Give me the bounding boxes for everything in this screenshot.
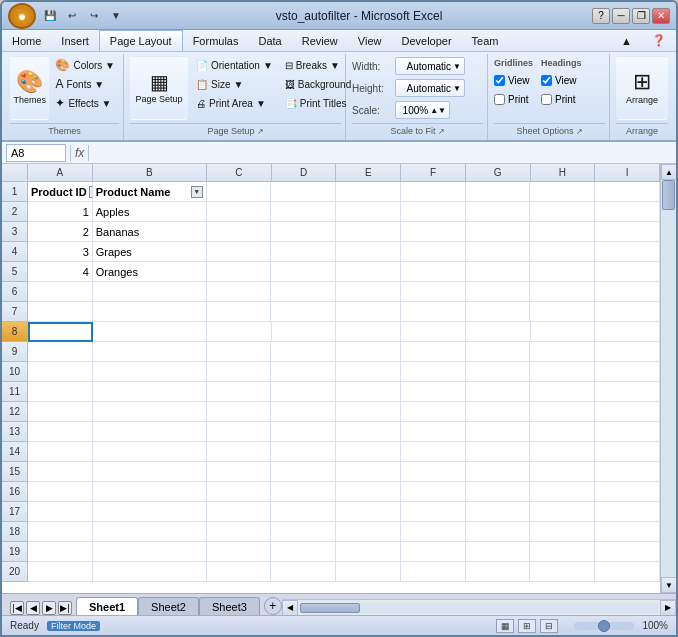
cell-A6[interactable] <box>28 282 93 302</box>
cell-G7[interactable] <box>466 302 531 322</box>
cell-C3[interactable] <box>207 222 272 242</box>
scroll-up-button[interactable]: ▲ <box>661 164 676 180</box>
minimize-button[interactable]: ─ <box>612 8 630 24</box>
row-header-18[interactable]: 18 <box>2 522 28 542</box>
help-button[interactable]: ❓ <box>642 30 676 51</box>
col-header-E[interactable]: E <box>336 164 401 182</box>
print-titles-button[interactable]: 📑 Print Titles <box>281 94 355 112</box>
cell-G6[interactable] <box>466 282 531 302</box>
cell-A7[interactable] <box>28 302 93 322</box>
cell-E3[interactable] <box>336 222 401 242</box>
col-header-C[interactable]: C <box>207 164 272 182</box>
cell-A5[interactable]: 4 <box>28 262 93 282</box>
row-header-19[interactable]: 19 <box>2 542 28 562</box>
cell-F8[interactable] <box>401 322 466 342</box>
sheet-tab-sheet1[interactable]: Sheet1 <box>76 597 138 615</box>
filter-icon-B1[interactable]: ▼ <box>191 186 203 198</box>
cell-reference-box[interactable] <box>6 144 66 162</box>
row-header-12[interactable]: 12 <box>2 402 28 422</box>
menu-formulas[interactable]: Formulas <box>183 30 249 51</box>
cell-B1[interactable]: Product Name ▼ <box>93 182 207 202</box>
cell-I5[interactable] <box>595 262 660 282</box>
cell-B2[interactable]: Apples <box>93 202 207 222</box>
cell-D8[interactable] <box>272 322 337 342</box>
cell-H6[interactable] <box>530 282 595 302</box>
page-layout-view-button[interactable]: ⊞ <box>518 619 536 633</box>
row-header-5[interactable]: 5 <box>2 262 28 282</box>
restore-button[interactable]: ❐ <box>632 8 650 24</box>
margins-button[interactable]: ▦ Page Setup <box>130 56 188 120</box>
row-header-20[interactable]: 20 <box>2 562 28 582</box>
sheet-options-expand-icon[interactable]: ↗ <box>576 127 583 136</box>
tab-prev-button[interactable]: ◀ <box>26 601 40 615</box>
cell-G8[interactable] <box>466 322 531 342</box>
col-header-D[interactable]: D <box>272 164 337 182</box>
row-header-15[interactable]: 15 <box>2 462 28 482</box>
cell-C5[interactable] <box>207 262 272 282</box>
col-header-F[interactable]: F <box>401 164 466 182</box>
row-header-7[interactable]: 7 <box>2 302 28 322</box>
cell-C6[interactable] <box>207 282 272 302</box>
height-dropdown[interactable]: Automatic ▼ <box>395 79 465 97</box>
row-header-16[interactable]: 16 <box>2 482 28 502</box>
row-header-13[interactable]: 13 <box>2 422 28 442</box>
headings-print-check[interactable]: Print <box>541 90 582 108</box>
row-header-4[interactable]: 4 <box>2 242 28 262</box>
cell-E4[interactable] <box>336 242 401 262</box>
vertical-scrollbar[interactable]: ▲ ▼ <box>660 164 676 593</box>
row-header-1[interactable]: 1 <box>2 182 28 202</box>
cell-D3[interactable] <box>271 222 336 242</box>
cell-G5[interactable] <box>466 262 531 282</box>
cell-C2[interactable] <box>207 202 272 222</box>
cell-I7[interactable] <box>595 302 660 322</box>
cell-F1[interactable] <box>401 182 466 202</box>
cell-B8[interactable] <box>93 322 207 342</box>
menu-insert[interactable]: Insert <box>51 30 99 51</box>
cell-H5[interactable] <box>530 262 595 282</box>
cell-H7[interactable] <box>530 302 595 322</box>
menu-team[interactable]: Team <box>462 30 509 51</box>
theme-colors-button[interactable]: 🎨 Colors ▼ <box>51 56 119 74</box>
cell-D4[interactable] <box>271 242 336 262</box>
cell-C7[interactable] <box>207 302 272 322</box>
normal-view-button[interactable]: ▦ <box>496 619 514 633</box>
menu-home[interactable]: Home <box>2 30 51 51</box>
cell-C1[interactable] <box>207 182 272 202</box>
cell-E2[interactable] <box>336 202 401 222</box>
cell-G4[interactable] <box>466 242 531 262</box>
tab-first-button[interactable]: |◀ <box>10 601 24 615</box>
undo-qa-button[interactable]: ↩ <box>62 7 82 25</box>
menu-view[interactable]: View <box>348 30 392 51</box>
cell-H2[interactable] <box>530 202 595 222</box>
cell-I8[interactable] <box>595 322 660 342</box>
cell-F2[interactable] <box>401 202 466 222</box>
row-header-6[interactable]: 6 <box>2 282 28 302</box>
themes-button[interactable]: 🎨 Themes <box>10 56 49 120</box>
close-button[interactable]: ✕ <box>652 8 670 24</box>
scroll-right-button[interactable]: ▶ <box>660 600 676 616</box>
cell-G1[interactable] <box>466 182 531 202</box>
cell-A4[interactable]: 3 <box>28 242 93 262</box>
cell-E7[interactable] <box>336 302 401 322</box>
menu-developer[interactable]: Developer <box>391 30 461 51</box>
theme-fonts-button[interactable]: A Fonts ▼ <box>51 75 119 93</box>
cell-H3[interactable] <box>530 222 595 242</box>
row-header-11[interactable]: 11 <box>2 382 28 402</box>
redo-qa-button[interactable]: ↪ <box>84 7 104 25</box>
width-dropdown[interactable]: Automatic ▼ <box>395 57 465 75</box>
size-button[interactable]: 📋 Size ▼ <box>192 75 277 93</box>
col-header-A[interactable]: A <box>28 164 93 182</box>
add-sheet-button[interactable]: + <box>264 597 282 615</box>
orientation-button[interactable]: 📄 Orientation ▼ <box>192 56 277 74</box>
cell-H8[interactable] <box>531 322 596 342</box>
gridlines-view-check[interactable]: View <box>494 71 533 89</box>
cell-I4[interactable] <box>595 242 660 262</box>
gridlines-print-checkbox[interactable] <box>494 94 505 105</box>
page-break-view-button[interactable]: ⊟ <box>540 619 558 633</box>
cell-H4[interactable] <box>530 242 595 262</box>
row-header-14[interactable]: 14 <box>2 442 28 462</box>
headings-view-checkbox[interactable] <box>541 75 552 86</box>
row-header-9[interactable]: 9 <box>2 342 28 362</box>
cell-F3[interactable] <box>401 222 466 242</box>
cell-F7[interactable] <box>401 302 466 322</box>
